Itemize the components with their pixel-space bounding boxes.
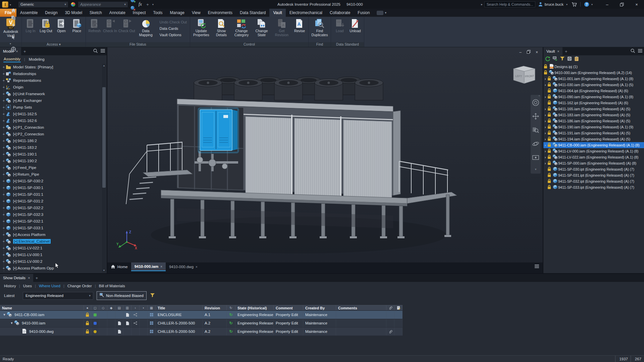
inventor-logo-icon[interactable]: I	[2, 1, 8, 8]
cart-icon[interactable]	[571, 1, 578, 8]
ribbon-tab-3d-model[interactable]: 3D Model	[61, 9, 86, 17]
select-icon[interactable]	[10, 34, 17, 41]
column-header-comment[interactable]: Comment	[274, 305, 303, 310]
data-cards-button[interactable]: Data Cards	[156, 25, 189, 32]
vault-tree-item[interactable]: ›9411-SP-000.iam (Engineering Released) …	[543, 160, 644, 166]
zoom-icon[interactable]	[532, 126, 539, 135]
column-header-c_edit[interactable]: ▪	[140, 305, 148, 310]
appearance-dropdown[interactable]: Appearance▾	[78, 1, 128, 8]
expand-icon[interactable]: +	[2, 72, 6, 76]
expand-icon[interactable]: +	[2, 159, 6, 163]
column-header-c_status[interactable]: ◻	[91, 305, 99, 310]
model-tree-item[interactable]: +Model States: [Primary]	[0, 64, 101, 70]
ribbon-tab-fusion[interactable]: Fusion	[354, 9, 373, 17]
table-row[interactable]: ▼9410-000.iamCHILLER-5-2000-500A.2↻Engin…	[0, 319, 402, 327]
expand-icon[interactable]: +	[2, 179, 6, 183]
refresh-button[interactable]: Refresh	[87, 17, 102, 33]
model-tree-item[interactable]: +[•]:P2_Connection	[0, 131, 101, 137]
workspace-sync-icon[interactable]	[552, 56, 558, 62]
vault-tree-item[interactable]: 9411-162.ipt (Engineering Released) (A) …	[543, 100, 644, 106]
3d-viewport[interactable]: – × LEFTFRONT × ▾ ZYX Home9410-000.iam×9…	[107, 47, 543, 273]
tab-assembly[interactable]: Assembly	[3, 56, 21, 62]
user-chevron-icon[interactable]: ▾	[565, 3, 569, 6]
vault-tree-item[interactable]: ›9411-030.iam (Engineering Released) (A.…	[543, 82, 644, 88]
model-tree-item[interactable]: +[•]:9411-LV-000:1	[0, 251, 101, 258]
table-row[interactable]: 9410-000.dwgCHILLER-5-2000-500A.2↻Engine…	[0, 327, 402, 336]
model-tree-item[interactable]: +[•]:9411-162:5	[0, 111, 101, 117]
model-tree-item[interactable]: +[•]:P1_Connection	[0, 124, 101, 131]
revise-button[interactable]: ARevise	[292, 17, 307, 33]
vault-tree-item[interactable]: ›9411-LV-000.iam (Engineering Released) …	[543, 148, 644, 154]
ribbon-tab-tools[interactable]: Tools	[150, 9, 166, 17]
vault-tree-item[interactable]: ›9411-CB-000.iam (Engineering Released) …	[543, 142, 644, 148]
undo-check-out-button[interactable]: Undo Check Out	[156, 19, 189, 25]
column-header-c_eraser[interactable]: ◇	[99, 305, 107, 310]
data-mapping-button[interactable]: Data Mapping	[136, 17, 156, 37]
expand-arrow-icon[interactable]: ›	[543, 77, 547, 81]
expand-icon[interactable]: +	[2, 192, 6, 196]
vault-tree-item[interactable]: 9411-SP-030.ipt (Engineering Released) (…	[543, 166, 644, 172]
expand-icon[interactable]: +	[2, 125, 6, 129]
parameters-fx-icon[interactable]: fx	[137, 1, 144, 8]
appearance-sphere-icon[interactable]	[69, 1, 77, 8]
close-icon[interactable]: ×	[28, 276, 30, 280]
vault-tree-item[interactable]: ›9411-183.iam (Engineering Released) (A)…	[543, 112, 644, 118]
add-appearance-icon[interactable]	[129, 0, 137, 4]
expand-arrow-icon[interactable]: ›	[543, 107, 547, 111]
copy-object-icon[interactable]	[10, 14, 17, 21]
model-tree-item[interactable]: +[•]:9411-LV-022:1	[0, 245, 101, 251]
show-details-tab[interactable]: Show Details×	[0, 274, 33, 282]
orbit-icon[interactable]	[532, 140, 539, 148]
expand-icon[interactable]: +	[2, 99, 6, 103]
view-cube[interactable]: LEFTFRONT	[513, 65, 536, 86]
search-icon[interactable]	[93, 48, 98, 54]
ribbon-tab-design[interactable]: Design	[41, 9, 61, 17]
update-icon[interactable]	[10, 21, 17, 29]
column-header-created_by[interactable]: Created By	[303, 305, 336, 310]
column-header-revision[interactable]: Revision	[203, 305, 227, 310]
doc-close-icon[interactable]: ×	[536, 50, 538, 55]
expand-icon[interactable]: +	[2, 253, 6, 257]
update-chevron-icon[interactable]: ▾	[10, 30, 11, 33]
doc-tab-menu-icon[interactable]	[534, 264, 539, 269]
expand-arrow-icon[interactable]: ›	[543, 119, 547, 123]
menu-icon[interactable]	[100, 49, 105, 54]
ribbon-tab-data-standard[interactable]: Data Standard	[236, 9, 269, 17]
doc-minimize-icon[interactable]: –	[519, 50, 522, 55]
data-card-icon[interactable]	[574, 56, 579, 62]
close-button[interactable]: ×	[629, 0, 644, 9]
vault-tree-item[interactable]: ›9411-090.iam (Engineering Released) (A.…	[543, 94, 644, 100]
menu-icon[interactable]	[638, 49, 643, 54]
vault-tree-item[interactable]: ›9411-165.iam (Engineering Released) (A)…	[543, 106, 644, 112]
expand-arrow-icon[interactable]: ›	[543, 156, 547, 159]
expand-icon[interactable]: +	[2, 132, 6, 136]
expand-icon[interactable]: +	[2, 266, 6, 270]
minimize-button[interactable]: –	[600, 0, 614, 9]
expand-arrow-icon[interactable]: ›	[543, 137, 547, 141]
expand-icon[interactable]: +	[2, 233, 6, 237]
expand-icon[interactable]: +	[2, 246, 6, 250]
ribbon-tab-assemble[interactable]: Assemble	[16, 9, 42, 17]
expand-icon[interactable]: +	[2, 145, 6, 149]
model-tree-item[interactable]: +[•]:9411-SP-030:1	[0, 184, 101, 191]
expand-icon[interactable]: +	[2, 186, 6, 190]
model-tree-scrollbar[interactable]: ▴ ▾	[102, 64, 106, 273]
expand-icon[interactable]: +	[2, 226, 6, 230]
model-tree-item[interactable]: +[•]:9411-186:2	[0, 137, 101, 144]
vault-tree-item[interactable]: 9411-SP-033.ipt (Engineering Released) (…	[543, 184, 644, 190]
column-header-c_lock[interactable]: ●	[84, 305, 91, 310]
search-collapse-icon[interactable]: ▸	[481, 3, 483, 6]
look-at-icon[interactable]	[532, 154, 539, 162]
expand-icon[interactable]: +	[2, 172, 6, 176]
help-chevron-icon[interactable]: ▾	[590, 3, 594, 6]
navbar-close-icon[interactable]: ×	[538, 94, 540, 97]
model-tree-item[interactable]: +[•]:9411-190:2	[0, 158, 101, 164]
column-header-c_grid[interactable]: ▦	[148, 305, 156, 310]
doc-restore-icon[interactable]	[526, 49, 531, 55]
ribbon-tab-vault[interactable]: Vault	[269, 9, 285, 17]
model-tree-item[interactable]: +[•]:Access Platform Opp	[0, 265, 101, 272]
column-header-title[interactable]: Title	[156, 305, 203, 310]
vault-tree-item[interactable]: 9411-SP-032.ipt (Engineering Released) (…	[543, 178, 644, 184]
search-input[interactable]	[485, 2, 535, 6]
vault-tree-item[interactable]: IPJDesigns.ipj (1)	[543, 64, 644, 70]
